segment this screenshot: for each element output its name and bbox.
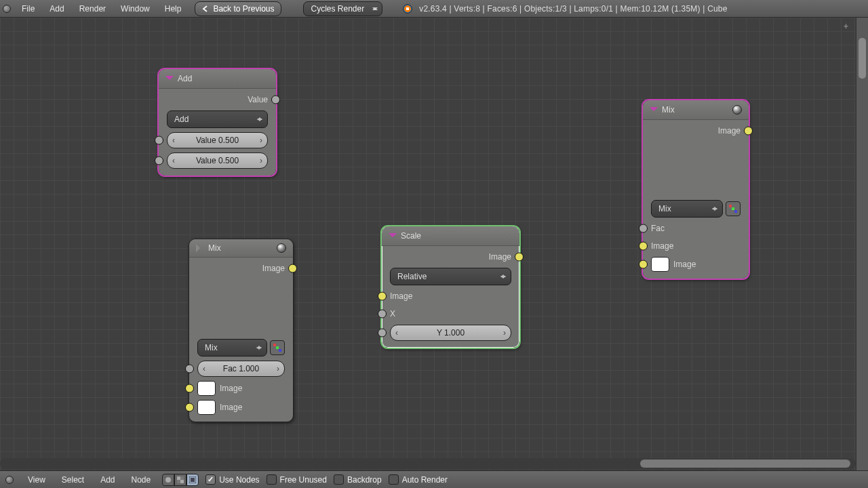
node-header[interactable]: Mix bbox=[643, 100, 749, 120]
editor-type-icon[interactable] bbox=[5, 476, 14, 484]
back-to-previous-button[interactable]: Back to Previous bbox=[195, 1, 281, 16]
out-value-label: Value bbox=[248, 95, 268, 104]
socket-in-x[interactable] bbox=[378, 310, 387, 319]
node-title: Scale bbox=[401, 231, 421, 241]
value2-field[interactable]: Value 0.500 bbox=[167, 152, 268, 169]
socket-in-image1[interactable] bbox=[185, 384, 194, 393]
node-body: Image Relative Image X Y 1.000 bbox=[382, 246, 519, 348]
checkbox-icon bbox=[205, 474, 216, 485]
math-mode-select[interactable]: Add bbox=[167, 110, 268, 128]
menu-add[interactable]: Add bbox=[43, 1, 71, 16]
collapse-icon[interactable] bbox=[196, 244, 204, 252]
color2-swatch[interactable] bbox=[651, 257, 669, 272]
scrollbar-thumb[interactable] bbox=[859, 38, 866, 79]
preview-sphere-icon bbox=[277, 243, 286, 253]
socket-in-image1[interactable] bbox=[639, 242, 648, 251]
fac-label: Fac bbox=[651, 224, 665, 233]
shader-tree-icon[interactable] bbox=[162, 474, 174, 486]
socket-in-image2[interactable] bbox=[639, 260, 648, 269]
free-unused-checkbox[interactable]: Free Unused bbox=[267, 474, 327, 485]
checkbox-icon bbox=[334, 474, 344, 485]
socket-in-fac[interactable] bbox=[639, 224, 648, 233]
svg-rect-3 bbox=[729, 205, 732, 207]
menu-help[interactable]: Help bbox=[158, 1, 189, 16]
vertical-scrollbar[interactable] bbox=[856, 18, 868, 470]
auto-render-label: Auto Render bbox=[402, 475, 448, 485]
socket-in-y[interactable] bbox=[378, 329, 387, 338]
socket-out-image[interactable] bbox=[744, 127, 753, 136]
node-scale[interactable]: Scale Image Relative Image X Y 1.000 bbox=[381, 226, 520, 348]
editor-type-icon[interactable] bbox=[3, 5, 11, 13]
scrollbar-thumb[interactable] bbox=[640, 460, 850, 468]
fac-field[interactable]: Fac 1.000 bbox=[197, 361, 285, 377]
horizontal-scrollbar[interactable] bbox=[0, 458, 856, 469]
auto-render-checkbox[interactable]: Auto Render bbox=[389, 474, 448, 485]
node-header[interactable]: Scale bbox=[382, 226, 519, 246]
scale-mode-select[interactable]: Relative bbox=[390, 268, 511, 285]
back-label: Back to Previous bbox=[213, 4, 274, 14]
preview-area bbox=[651, 142, 741, 196]
scene-stats: v2.63.4 | Verts:8 | Faces:6 | Objects:1/… bbox=[419, 4, 727, 14]
y-field[interactable]: Y 1.000 bbox=[390, 325, 511, 341]
socket-in-value2[interactable] bbox=[155, 157, 163, 165]
render-engine-select[interactable]: Cycles Render bbox=[303, 1, 382, 16]
blender-logo-icon bbox=[403, 4, 412, 14]
checkbox-icon bbox=[267, 474, 277, 485]
collapse-icon[interactable] bbox=[165, 76, 174, 84]
socket-out-image[interactable] bbox=[288, 264, 297, 273]
blend-mode-select[interactable]: Mix bbox=[651, 200, 723, 218]
menu-file[interactable]: File bbox=[15, 1, 41, 16]
menu-window[interactable]: Window bbox=[114, 1, 157, 16]
texture-tree-icon[interactable] bbox=[174, 474, 186, 486]
blend-mode-select[interactable]: Mix bbox=[197, 339, 267, 357]
checkbox-icon bbox=[389, 474, 399, 485]
collapse-icon[interactable] bbox=[389, 233, 397, 241]
menu-node[interactable]: Node bbox=[127, 472, 156, 487]
value1-field[interactable]: Value 0.500 bbox=[167, 132, 268, 148]
image2-label: Image bbox=[673, 260, 696, 269]
image1-label: Image bbox=[220, 384, 242, 393]
socket-in-value1[interactable] bbox=[155, 136, 163, 145]
socket-in-image2[interactable] bbox=[185, 403, 194, 412]
node-title: Mix bbox=[208, 243, 221, 253]
top-menu-bar: File Add Render Window Help Back to Prev… bbox=[0, 0, 868, 18]
back-arrow-icon bbox=[202, 5, 209, 12]
image-label: Image bbox=[390, 291, 412, 301]
preview-area bbox=[197, 279, 285, 335]
menu-render[interactable]: Render bbox=[73, 1, 113, 16]
menu-view[interactable]: View bbox=[23, 472, 50, 487]
menu-select[interactable]: Select bbox=[57, 472, 89, 487]
node-header[interactable]: Mix bbox=[189, 239, 293, 258]
node-add[interactable]: Add Value Add Value 0.500 Value 0.500 bbox=[158, 68, 277, 176]
node-mix-right[interactable]: Mix Image Mix Fac Image Image bbox=[642, 100, 749, 279]
menu-add[interactable]: Add bbox=[96, 472, 119, 487]
compositing-tree-icon[interactable] bbox=[186, 474, 199, 486]
node-body: Image Mix Fac Image Image bbox=[643, 120, 749, 279]
out-image-label: Image bbox=[489, 252, 511, 262]
out-image-label: Image bbox=[718, 126, 741, 136]
collapse-icon[interactable] bbox=[650, 107, 658, 115]
svg-point-6 bbox=[165, 477, 171, 483]
colorramp-icon[interactable] bbox=[270, 340, 285, 355]
color2-swatch[interactable] bbox=[197, 400, 216, 415]
color1-swatch[interactable] bbox=[197, 381, 216, 396]
svg-rect-5 bbox=[734, 210, 737, 213]
node-body: Value Add Value 0.500 Value 0.500 bbox=[159, 89, 276, 176]
backdrop-checkbox[interactable]: Backdrop bbox=[334, 474, 382, 485]
svg-rect-0 bbox=[273, 344, 276, 346]
socket-in-fac[interactable] bbox=[185, 365, 194, 373]
tree-type-buttons bbox=[162, 474, 199, 486]
use-nodes-checkbox[interactable]: Use Nodes bbox=[205, 474, 259, 485]
node-body: Image Mix Fac 1.000 Image Image bbox=[189, 258, 293, 422]
backdrop-label: Backdrop bbox=[347, 475, 382, 485]
socket-in-image[interactable] bbox=[378, 292, 387, 301]
socket-out-image[interactable] bbox=[515, 253, 524, 262]
colorramp-icon[interactable] bbox=[726, 201, 741, 216]
expand-panel-icon[interactable]: + bbox=[844, 22, 853, 31]
node-mix-left[interactable]: Mix Image Mix Fac 1.000 Image Image bbox=[189, 239, 294, 422]
node-header[interactable]: Add bbox=[159, 69, 276, 89]
socket-out-value[interactable] bbox=[271, 96, 280, 104]
node-title: Add bbox=[178, 74, 192, 83]
node-editor-area[interactable]: + Add Value Add Value 0.500 Value 0.500 … bbox=[0, 18, 856, 470]
out-image-label: Image bbox=[262, 264, 285, 273]
